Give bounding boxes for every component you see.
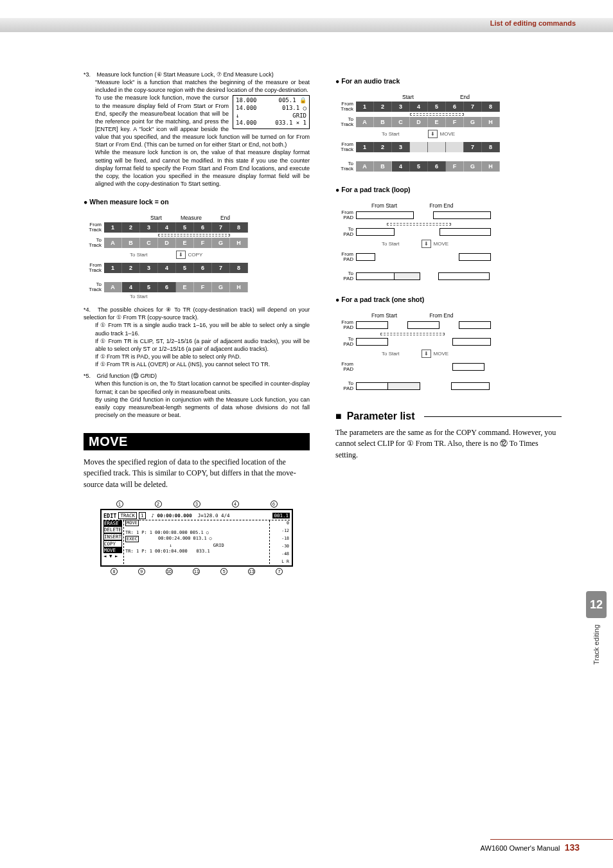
footer-text: AW1600 Owner's Manual — [481, 844, 560, 852]
move-description: Moves the specified region of data to th… — [84, 457, 310, 490]
track-cell: A — [356, 117, 374, 127]
pad-oneshot-heading: For a pad track (one shot) — [335, 296, 562, 303]
square-bullet-icon: ■ — [335, 411, 342, 422]
track-cell: 1 — [104, 263, 122, 273]
track-cell: G — [464, 117, 482, 127]
track-cell: H — [482, 117, 500, 127]
footnote-3-head: Measure lock function (⑥ Start Measure L… — [97, 71, 274, 78]
track-cell: 5 — [140, 282, 158, 292]
footnote-3-b: "Measure lock" is a function that matche… — [95, 78, 310, 94]
footnote-4-d: If ① From TR is PAD, you will be able to… — [95, 353, 310, 360]
diagram-pad-loop: From Start From End From PAD To PAD To S… — [335, 202, 562, 283]
track-cell: 6 — [428, 161, 446, 172]
track-cell: 4 — [158, 222, 176, 233]
callout-number: 4 — [232, 500, 239, 508]
callout-number: 9 — [138, 568, 145, 575]
footnote-5-c: By using the Grid function in conjunctio… — [95, 396, 310, 419]
footnote-5-a: Grid function (⑬ GRID) — [97, 373, 157, 379]
lcd-inset: 18.000005.1 🔒 14.000013.1 ○ ↓GRID 14.000… — [233, 95, 310, 129]
footnote-4: *4. The possible choices for ⑧ To TR (co… — [84, 306, 310, 368]
track-cell: 8 — [230, 263, 248, 273]
track-cell: 4 — [392, 161, 410, 172]
diagram-measure-lock: Start Measure End From Track 12345678 To… — [84, 215, 310, 299]
track-cell: 3 — [140, 263, 158, 273]
track-cell: F — [194, 282, 212, 292]
track-cell: 2 — [122, 263, 140, 273]
track-cell: 6 — [158, 282, 176, 292]
track-cell: 1 — [104, 222, 122, 233]
footnote-3: *3. Measure lock function (⑥ Start Measu… — [84, 71, 310, 188]
move-screenshot: 12346 EDIT TRACK 1 ♪ 00:00:00.000 J=128.… — [100, 499, 293, 576]
track-cell: E — [176, 238, 194, 248]
track-cell: F — [446, 117, 464, 127]
footnote-4-c: If ① From TR is CLIP, ST, 1/2–15/16 (a p… — [95, 337, 310, 353]
track-cell: D — [410, 117, 428, 127]
chapter-label: Track editing — [592, 624, 600, 665]
diagram-pad-oneshot: From Start From End From PAD To PAD To S… — [335, 312, 562, 393]
callout-number: 1 — [116, 500, 123, 508]
pad-loop-heading: For a pad track (loop) — [335, 186, 562, 193]
track-cell: 2 — [122, 222, 140, 233]
track-cell: F — [446, 161, 464, 172]
track-cell: 7 — [464, 102, 482, 112]
footnote-3-num: *3. — [84, 71, 95, 78]
track-cell: C — [140, 238, 158, 248]
callout-number: 2 — [155, 500, 162, 508]
track-cell: 7 — [212, 263, 230, 273]
rule-icon — [424, 416, 562, 417]
track-cell: H — [482, 161, 500, 172]
callout-number: 5 — [220, 568, 227, 575]
track-cell: F — [194, 238, 212, 248]
audio-track-heading: For an audio track — [335, 77, 562, 85]
track-cell: 6 — [194, 222, 212, 233]
track-cell: C — [392, 117, 410, 127]
track-cell: A — [356, 161, 374, 172]
page-number: 133 — [565, 842, 580, 853]
track-cell: 3 — [392, 142, 410, 152]
track-cell: 3 — [140, 222, 158, 233]
callout-number: 6 — [271, 500, 278, 508]
track-cell: A — [104, 282, 122, 292]
track-cell: G — [212, 282, 230, 292]
parameter-list-heading: ■ Parameter list — [335, 411, 562, 422]
callout-number: 10 — [166, 568, 173, 575]
track-cell: 1 — [356, 142, 374, 152]
callout-number: 13 — [248, 568, 255, 575]
footer-rule — [0, 839, 613, 840]
callout-number: 8 — [111, 568, 118, 575]
footnote-4-a: The possible choices for ⑧ To TR (copy-d… — [84, 306, 310, 321]
left-column: *3. Measure lock function (⑥ Start Measu… — [84, 71, 310, 817]
track-cell: 7 — [212, 222, 230, 233]
footnote-4-b: If ① From TR is a single audio track 1–1… — [95, 321, 310, 337]
track-cell: 2 — [374, 102, 392, 112]
footnote-5-num: *5. — [84, 372, 95, 380]
track-cell: 4 — [158, 263, 176, 273]
track-cell: E — [428, 117, 446, 127]
diagram-audio-track: Start End From Track 12345678 To Track A… — [335, 94, 562, 173]
track-cell: 7 — [464, 142, 482, 152]
right-column: For an audio track Start End From Track … — [335, 71, 562, 817]
track-cell: 4 — [410, 102, 428, 112]
footer: AW1600 Owner's Manual 133 — [481, 842, 580, 853]
track-cell: H — [230, 282, 248, 292]
callout-number: 7 — [276, 568, 283, 575]
track-cell: 8 — [482, 102, 500, 112]
footnote-4-e: If ① From TR is ALL (OVER) or ALL (INS),… — [95, 360, 310, 368]
track-cell — [410, 142, 428, 152]
track-cell: 4 — [122, 282, 140, 292]
track-cell: 5 — [428, 102, 446, 112]
track-cell: 2 — [374, 142, 392, 152]
callout-number: 11 — [193, 568, 200, 575]
track-cell: 5 — [176, 263, 194, 273]
track-cell: 6 — [446, 102, 464, 112]
track-cell: 1 — [356, 102, 374, 112]
track-cell — [428, 142, 446, 152]
footnote-5-b: When this function is on, the To Start l… — [95, 380, 310, 395]
chapter-number-chip: 12 — [586, 591, 607, 618]
when-measure-lock-heading: When measure lock = on — [84, 198, 310, 206]
track-cell: H — [230, 238, 248, 248]
footnote-4-num: *4. — [84, 306, 95, 314]
footnote-5: *5. Grid function (⑬ GRID) When this fun… — [84, 372, 310, 419]
track-cell: 6 — [194, 263, 212, 273]
track-cell: D — [158, 238, 176, 248]
